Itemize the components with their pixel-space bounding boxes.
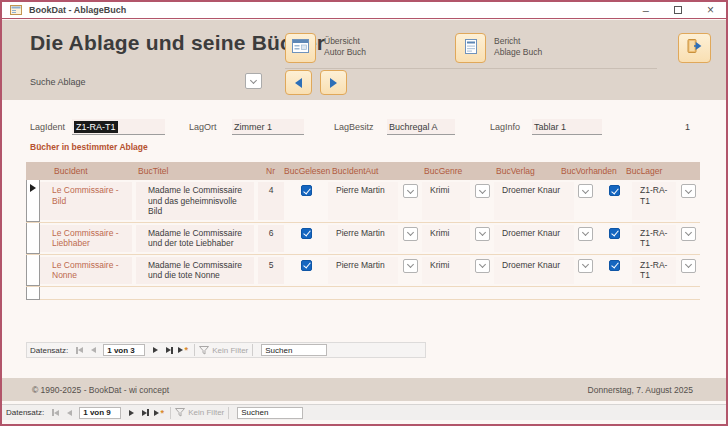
dropdown-chevron-icon[interactable] [403,184,418,198]
bucgelesen-checkbox[interactable] [301,185,312,196]
filter-funnel-icon [175,408,185,417]
dropdown-chevron-icon[interactable] [475,184,490,198]
bucidentaut-cell[interactable]: Pierre Martin [328,182,398,220]
exit-door-icon [687,39,703,57]
search-input[interactable] [261,344,327,356]
dropdown-chevron-icon[interactable] [681,184,696,198]
lagbesitz-label: LagBesitz [334,122,374,132]
first-record-button[interactable] [72,344,86,356]
col-nr[interactable]: Nr [266,166,275,176]
bucident-cell[interactable]: Le Commissaire - Bild [40,182,132,220]
dropdown-chevron-icon[interactable] [681,227,696,241]
lagort-value: Zimmer 1 [234,122,272,132]
lagident-value: Z1-RA-T1 [74,121,118,133]
filter-status[interactable]: Kein Filter [199,346,248,355]
record-selector[interactable] [26,287,40,300]
dropdown-chevron-icon[interactable] [578,184,593,198]
chevron-down-icon [250,76,257,83]
dropdown-chevron-icon[interactable] [475,259,490,273]
previous-record-button[interactable] [62,407,76,419]
col-bucident[interactable]: BucIdent [54,166,88,176]
previous-record-button[interactable] [86,344,100,356]
search-input[interactable] [237,407,303,419]
exit-form-button[interactable] [678,33,711,63]
buclager-cell[interactable]: Z1-RA-T1 [632,225,676,252]
window-title: BookDat - AblageBuch [29,5,126,15]
arrow-left-icon [295,78,302,88]
next-record-button[interactable] [124,407,138,419]
buctitel-cell[interactable]: Madame le Commissaire und das geheimnisv… [136,182,254,220]
lagort-field[interactable]: Zimmer 1 [232,119,304,135]
nr-cell[interactable]: 6 [258,225,284,252]
first-record-button[interactable] [48,407,62,419]
col-buctitel[interactable]: BucTitel [138,166,168,176]
dropdown-chevron-icon[interactable] [578,227,593,241]
nr-cell[interactable]: 5 [258,257,284,284]
next-record-button[interactable] [148,344,162,356]
dropdown-chevron-icon[interactable] [403,227,418,241]
bucidentaut-cell[interactable]: Pierre Martin [328,225,398,252]
col-bucgelesen[interactable]: BucGelesen [284,166,330,176]
buctitel-cell[interactable]: Madame le Commissaire und die tote Nonne [136,257,254,284]
col-bucvorhanden[interactable]: BucVorhanden [561,166,617,176]
bucverlag-cell[interactable]: Droemer Knaur [494,257,574,284]
buctitel-cell[interactable]: Madame le Commissaire und der tote Liebh… [136,225,254,252]
books-datasheet: BucIdent BucTitel Nr BucGelesen BucIdent… [26,162,700,300]
datasheet-header: BucIdent BucTitel Nr BucGelesen BucIdent… [26,162,700,180]
bucverlag-cell[interactable]: Droemer Knaur [494,225,574,252]
bucgenre-cell[interactable]: Krimi [422,182,470,220]
subform-record-navigator: Datensatz: 1 von 3 * Kein Filter [26,342,426,358]
overview-button-label: Übersicht Autor Buch [324,36,366,57]
record-selector[interactable] [26,223,40,254]
arrow-right-icon [330,78,337,88]
maximize-icon[interactable] [674,6,682,14]
titlebar: BookDat - AblageBuch – × [2,2,726,19]
bucvorhanden-checkbox[interactable] [609,228,620,239]
dropdown-chevron-icon[interactable] [475,227,490,241]
bucident-cell[interactable]: Le Commissaire - Liebhaber [40,225,132,252]
record-position: 1 von 9 [79,407,121,419]
next-record-button[interactable] [320,70,347,95]
lagbesitz-field[interactable]: Buchregal A [387,119,455,135]
minimize-icon[interactable]: – [643,5,649,15]
previous-record-button[interactable] [285,70,312,95]
overview-autor-buch-button[interactable] [285,33,316,63]
bucgelesen-checkbox[interactable] [301,260,312,271]
col-bucgenre[interactable]: BucGenre [424,166,462,176]
col-bucverlag[interactable]: BucVerlag [496,166,535,176]
bucidentaut-cell[interactable]: Pierre Martin [328,257,398,284]
laginfo-field[interactable]: Tablar 1 [532,119,602,135]
dropdown-chevron-icon[interactable] [403,259,418,273]
col-buclager[interactable]: BucLager [626,166,662,176]
filter-status[interactable]: Kein Filter [175,408,224,417]
dropdown-chevron-icon[interactable] [681,259,696,273]
report-icon [465,39,477,58]
col-bucidentaut[interactable]: BucIdentAut [332,166,378,176]
buclager-cell[interactable]: Z1-RA-T1 [632,257,676,284]
lagort-label: LagOrt [189,122,217,132]
lagident-field[interactable]: Z1-RA-T1 [72,119,165,135]
new-record-row[interactable] [26,287,700,300]
bucgelesen-checkbox[interactable] [301,228,312,239]
close-icon[interactable]: × [707,5,714,15]
bucgenre-cell[interactable]: Krimi [422,257,470,284]
buclager-cell[interactable]: Z1-RA-T1 [632,182,676,220]
report-ablage-buch-button[interactable] [455,33,486,63]
search-ablage-dropdown[interactable] [245,73,262,89]
last-record-button[interactable] [138,407,152,419]
bucverlag-cell[interactable]: Droemer Knaur [494,182,574,220]
record-selector[interactable] [26,180,40,222]
detail-fields: LagIdent Z1-RA-T1 LagOrt Zimmer 1 LagBes… [2,119,726,137]
nr-cell[interactable]: 4 [258,182,284,220]
app-window: BookDat - AblageBuch – × Die Ablage und … [0,0,728,426]
bucident-cell[interactable]: Le Commissaire - Nonne [40,257,132,284]
laginfo-label: LagInfo [490,122,520,132]
new-record-button[interactable]: * [176,344,190,356]
record-selector[interactable] [26,255,40,286]
bucvorhanden-checkbox[interactable] [609,185,620,196]
dropdown-chevron-icon[interactable] [578,259,593,273]
last-record-button[interactable] [162,344,176,356]
new-record-button[interactable]: * [152,407,166,419]
bucvorhanden-checkbox[interactable] [609,260,620,271]
bucgenre-cell[interactable]: Krimi [422,225,470,252]
